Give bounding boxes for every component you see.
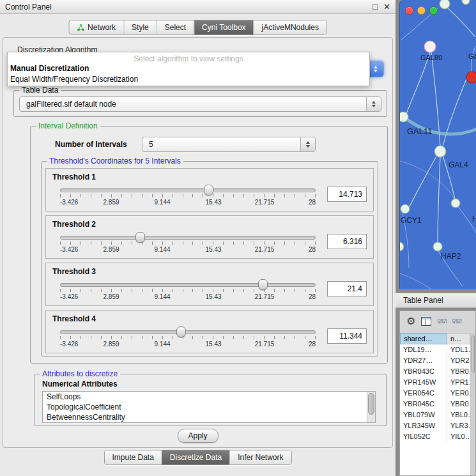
threshold-value-field-1[interactable]: 14.713 — [327, 187, 367, 202]
combobox-stepper-icon[interactable] — [366, 97, 381, 111]
table-row[interactable]: YDL19…YDL1… — [400, 344, 470, 355]
table-row[interactable]: YIL052CYIL0… — [400, 431, 470, 442]
table-cell: YBL079W — [400, 410, 447, 420]
network-edge — [447, 8, 475, 37]
attributes-list[interactable]: SelfLoopsTopologicalCoefficientBetweenne… — [42, 391, 376, 423]
network-node[interactable] — [440, 0, 450, 9]
slider-track[interactable] — [60, 236, 316, 240]
threshold-slider-3[interactable]: -3.4262.8599.14415.4321.71528 — [60, 277, 316, 303]
slider-track[interactable] — [60, 330, 316, 334]
slider-scale-labels: -3.4262.8599.14415.4321.71528 — [60, 199, 316, 206]
table-row[interactable]: YDR27…YDR2… — [400, 355, 470, 366]
dropdown-option-equal-width-frequency[interactable]: Equal Width/Frequency Discretization — [8, 74, 369, 85]
scrollbar-thumb[interactable] — [472, 335, 475, 372]
scale-label: -3.426 — [60, 246, 78, 253]
column-header-2[interactable]: n… — [447, 333, 470, 344]
table-row[interactable]: YBR043CYBR0… — [400, 366, 470, 377]
network-canvas[interactable]: GAL80GAGAL11GAL4GCY1HAP2H — [400, 0, 476, 289]
network-node[interactable] — [400, 242, 404, 251]
tab-select[interactable]: Select — [157, 20, 194, 35]
apply-button[interactable]: Apply — [177, 429, 218, 443]
dropdown-option-manual-discretization[interactable]: Manual Discretization — [8, 63, 369, 74]
threshold-slider-2[interactable]: -3.4262.8599.14415.4321.71528 — [60, 230, 316, 256]
threshold-value-field-3[interactable]: 21.4 — [327, 281, 367, 296]
slider-track[interactable] — [60, 188, 316, 192]
table-data-selected-value: galFiltered.sif default node — [26, 100, 116, 109]
scrollbar-thumb[interactable] — [368, 393, 374, 415]
table-data-group: Table Data galFiltered.sif default node — [13, 90, 387, 117]
tab-style[interactable]: Style — [123, 20, 157, 35]
table-row[interactable]: YLR345WYLR3… — [400, 420, 470, 431]
table-row[interactable]: YER054CYER0… — [400, 388, 470, 399]
scale-label: 15.43 — [205, 293, 221, 300]
network-view-window[interactable]: GAL80GAGAL11GAL4GCY1HAP2H — [399, 0, 476, 289]
threshold-slider-4[interactable]: -3.4262.8599.14415.4321.71528 — [60, 325, 316, 350]
table-data-combobox[interactable]: galFiltered.sif default node — [19, 96, 381, 112]
attribute-list-item[interactable]: TopologicalCoefficient — [43, 402, 375, 412]
slider-scale-labels: -3.4262.8599.14415.4321.71528 — [60, 341, 316, 348]
tab-label: Network — [88, 23, 116, 32]
table-cell: YBL0… — [447, 410, 470, 420]
table-row[interactable]: YBL079WYBL0… — [400, 410, 470, 420]
scale-label: 9.144 — [154, 341, 170, 348]
check-grid-icon[interactable]: ☑☑ — [437, 319, 446, 325]
network-node[interactable] — [401, 204, 410, 213]
network-node-label: H — [472, 215, 476, 224]
combobox-stepper-icon[interactable] — [300, 137, 315, 151]
column-header-1[interactable]: shared… — [400, 333, 447, 344]
columns-icon[interactable] — [421, 317, 431, 326]
close-traffic-light[interactable] — [405, 6, 413, 15]
zoom-traffic-light[interactable] — [429, 6, 438, 15]
gear-icon[interactable]: ⚙ — [406, 316, 415, 326]
table-data-group-title: Table Data — [19, 86, 61, 95]
network-node[interactable] — [433, 242, 442, 251]
network-node[interactable] — [451, 199, 460, 208]
threshold-slider-1[interactable]: -3.4262.8599.14415.4321.71528 — [60, 183, 316, 208]
window-title: Control Panel — [5, 3, 52, 12]
float-window-button[interactable]: □ — [372, 3, 378, 11]
slider-track[interactable] — [60, 283, 316, 287]
control-panel-window: Control Panel □ ✕ NetworkStyleSelectCyni… — [0, 0, 395, 476]
scale-label: -3.426 — [60, 293, 78, 300]
tab-impute-data[interactable]: Impute Data — [104, 450, 161, 464]
table-row[interactable]: YPR145WYPR1… — [400, 377, 470, 388]
close-window-button[interactable]: ✕ — [383, 3, 390, 11]
table-cell: YLR345W — [400, 420, 447, 431]
threshold-value-field-4[interactable]: 11.344 — [327, 328, 367, 344]
network-node[interactable] — [424, 41, 436, 52]
threshold-label: Threshold 4 — [52, 314, 368, 323]
thresholds-group-title: Threshold's Coordinates for 5 Intervals — [47, 157, 183, 166]
table-row[interactable]: YBR045CYBR0… — [400, 399, 470, 410]
tab-discretize-data[interactable]: Discretize Data — [162, 450, 229, 464]
attribute-list-item[interactable]: SelfLoops — [43, 392, 375, 402]
network-node-label: GAL4 — [449, 160, 468, 169]
scale-label: 21.715 — [255, 199, 275, 206]
network-node[interactable] — [434, 146, 446, 157]
table-cell: YIL052C — [400, 431, 447, 442]
scale-label: 21.715 — [255, 246, 275, 253]
network-node[interactable] — [462, 0, 470, 4]
tab-infer-network[interactable]: Infer Network — [229, 450, 291, 464]
attributes-scrollbar[interactable] — [367, 392, 375, 422]
node-attribute-table[interactable]: shared…n… YDL19…YDL1…YDR27…YDR2…YBR043CY… — [400, 333, 470, 475]
attribute-list-item[interactable]: BetweennessCentrality — [43, 412, 375, 422]
scale-label: 2.859 — [103, 293, 119, 300]
tab-network[interactable]: Network — [69, 20, 123, 35]
slider-scale-labels: -3.4262.8599.14415.4321.71528 — [60, 293, 316, 301]
network-node-selected[interactable] — [466, 72, 476, 83]
threshold-value-field-2[interactable]: 6.316 — [327, 234, 367, 249]
tab-jactivemnodules[interactable]: jActiveMNodules — [254, 20, 326, 35]
num-intervals-combobox[interactable]: 5 — [142, 137, 316, 152]
table-cell: YDR27… — [400, 355, 447, 366]
slider-tick-marks — [60, 289, 316, 292]
network-edge — [400, 273, 431, 289]
table-cell: YDR2… — [447, 355, 470, 366]
scale-label: 9.144 — [154, 293, 170, 300]
table-scrollbar[interactable] — [470, 333, 475, 475]
right-panels: GAL80GAGAL11GAL4GCY1HAP2H Table Panel ⚙☑… — [395, 0, 476, 476]
network-node[interactable] — [400, 112, 408, 122]
check-grid-icon[interactable]: ☑☑ — [452, 319, 461, 325]
network-node-label: GA — [468, 52, 476, 60]
tab-cyni-toolbox[interactable]: Cyni Toolbox — [194, 20, 253, 35]
minimize-traffic-light[interactable] — [417, 6, 426, 15]
